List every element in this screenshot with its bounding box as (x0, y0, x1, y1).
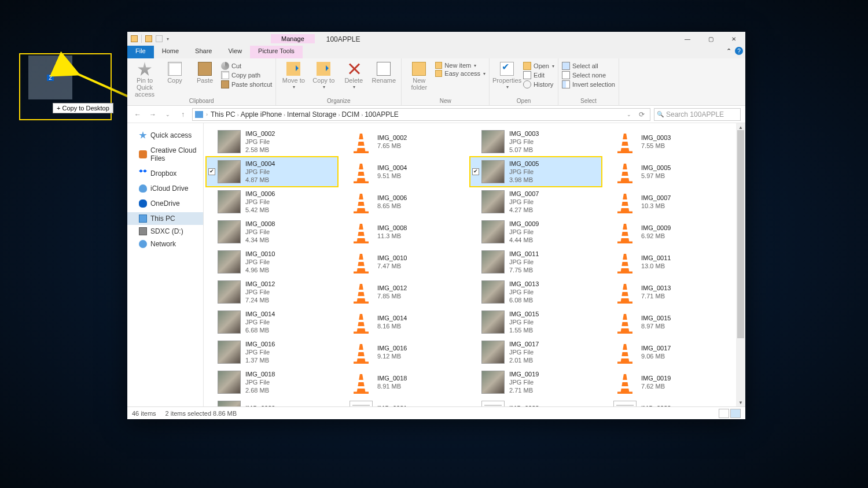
breadcrumb-bar[interactable]: › This PC›Apple iPhone›Internal Storage›… (192, 108, 650, 121)
file-item[interactable]: IMG_00055.97 MB (602, 157, 734, 187)
back-button[interactable]: ← (132, 109, 144, 120)
file-item[interactable]: IMG_00158.97 MB (602, 307, 734, 337)
file-item[interactable]: IMG_00037.55 MB (602, 127, 734, 157)
checkbox-icon[interactable]: ✔ (472, 168, 479, 175)
file-item[interactable]: IMG_0010JPG File4.96 MB (206, 247, 338, 277)
file-item[interactable]: IMG_0018JPG File2.68 MB (206, 367, 338, 397)
address-dropdown-icon[interactable]: ⌄ (623, 109, 635, 120)
file-item[interactable]: ✔IMG_0004JPG File4.87 MB (206, 157, 338, 187)
file-item[interactable]: IMG_0015JPG File1.55 MB (470, 307, 602, 337)
file-item[interactable]: IMG_0009JPG File4.44 MB (470, 217, 602, 247)
vertical-scrollbar[interactable]: ▲ ▼ (736, 123, 745, 406)
file-item[interactable]: IMG_0003JPG File5.07 MB (470, 127, 602, 157)
file-item[interactable]: IMG_000811.3 MB (338, 217, 470, 247)
breadcrumb-segment[interactable]: Internal Storage (287, 110, 336, 119)
refresh-button[interactable]: ⟳ (636, 109, 648, 120)
file-item[interactable]: IMG_00179.06 MB (602, 337, 734, 367)
delete-button[interactable]: Delete▾ (340, 61, 367, 90)
easy-access-button[interactable]: Easy access▾ (435, 70, 486, 77)
file-item[interactable]: ✔IMG_0005JPG File3.98 MB (470, 157, 602, 187)
close-button[interactable]: ✕ (722, 32, 745, 46)
tab-file[interactable]: File (127, 46, 154, 58)
chevron-right-icon[interactable]: › (359, 112, 365, 118)
properties-button[interactable]: Properties▾ (493, 61, 521, 90)
maximize-button[interactable]: ▢ (699, 32, 722, 46)
paste-shortcut-button[interactable]: Paste shortcut (221, 80, 272, 88)
collapse-ribbon-icon[interactable]: ⌃ (726, 47, 731, 55)
edit-button[interactable]: Edit (523, 71, 554, 79)
file-list[interactable]: IMG_0002JPG File2.58 MBIMG_00027.65 MBIM… (204, 123, 736, 406)
open-button[interactable]: Open▾ (523, 62, 554, 70)
file-item[interactable]: IMG_0014JPG File6.68 MB (206, 307, 338, 337)
tiles-view-button[interactable] (730, 409, 741, 418)
new-item-button[interactable]: New item▾ (435, 62, 486, 69)
scroll-thumb[interactable] (737, 130, 744, 338)
chevron-right-icon[interactable]: › (236, 112, 241, 118)
qat-item-icon[interactable] (145, 35, 152, 42)
file-item[interactable]: IMG_0021PNG File (338, 397, 470, 406)
chevron-right-icon[interactable]: › (282, 112, 287, 118)
file-item[interactable]: IMG_0023PNG File (602, 397, 734, 406)
file-item[interactable]: IMG_00169.12 MB (338, 337, 470, 367)
nav-item-sdxc-d-[interactable]: SDXC (D:) (127, 225, 203, 238)
file-item[interactable]: IMG_00027.65 MB (338, 127, 470, 157)
file-item[interactable]: IMG_0006JPG File5.42 MB (206, 187, 338, 217)
history-button[interactable]: History (523, 80, 554, 88)
file-item[interactable]: IMG_00068.65 MB (338, 187, 470, 217)
file-item[interactable]: IMG_0020PNG File (206, 397, 338, 406)
nav-item-dropbox[interactable]: Dropbox (127, 167, 203, 180)
nav-item-creative-cloud-files[interactable]: Creative Cloud Files (127, 144, 203, 165)
tab-share[interactable]: Share (187, 46, 220, 58)
help-icon[interactable]: ? (735, 47, 743, 55)
tab-view[interactable]: View (220, 46, 250, 58)
recent-locations-button[interactable]: ⌄ (162, 109, 174, 120)
nav-item-onedrive[interactable]: OneDrive (127, 197, 203, 210)
breadcrumb-segment[interactable]: This PC (211, 110, 236, 119)
file-item[interactable]: IMG_000710.3 MB (602, 187, 734, 217)
nav-item-icloud-drive[interactable]: iCloud Drive (127, 182, 203, 195)
copy-to-button[interactable]: Copy to▾ (310, 61, 337, 90)
qat-dropdown-icon[interactable]: ▾ (167, 36, 169, 42)
file-item[interactable]: IMG_00148.16 MB (338, 307, 470, 337)
breadcrumb-segment[interactable]: DCIM (341, 110, 359, 119)
copy-path-button[interactable]: Copy path (221, 71, 272, 79)
file-item[interactable]: IMG_0019JPG File2.71 MB (470, 367, 602, 397)
contextual-tab-manage[interactable]: Manage (271, 34, 315, 43)
tab-home[interactable]: Home (154, 46, 187, 58)
minimize-button[interactable]: — (676, 32, 699, 46)
nav-item-network[interactable]: Network (127, 238, 203, 250)
tab-picture-tools[interactable]: Picture Tools (250, 46, 303, 58)
scroll-down-icon[interactable]: ▼ (736, 398, 745, 406)
up-button[interactable]: ↑ (177, 109, 189, 120)
select-all-button[interactable]: Select all (562, 62, 615, 70)
file-item[interactable]: IMG_00188.91 MB (338, 367, 470, 397)
invert-selection-button[interactable]: Invert selection (562, 80, 615, 88)
select-none-button[interactable]: Select none (562, 71, 615, 79)
qat-item-icon[interactable] (156, 35, 163, 42)
checkbox-icon[interactable]: ✔ (208, 168, 215, 175)
paste-button[interactable]: Paste (191, 61, 219, 84)
file-item[interactable]: IMG_0022PNG File (470, 397, 602, 406)
file-item[interactable]: IMG_0012JPG File7.24 MB (206, 277, 338, 307)
nav-item-this-pc[interactable]: This PC (127, 212, 203, 225)
file-item[interactable]: IMG_00137.71 MB (602, 277, 734, 307)
file-item[interactable]: IMG_001113.0 MB (602, 247, 734, 277)
file-item[interactable]: IMG_00096.92 MB (602, 217, 734, 247)
file-item[interactable]: IMG_00107.47 MB (338, 247, 470, 277)
move-to-button[interactable]: Move to▾ (279, 61, 307, 90)
cut-button[interactable]: Cut (221, 62, 272, 70)
file-item[interactable]: IMG_0013JPG File6.08 MB (470, 277, 602, 307)
file-item[interactable]: IMG_00049.51 MB (338, 157, 470, 187)
file-item[interactable]: IMG_0016JPG File1.37 MB (206, 337, 338, 367)
file-item[interactable]: IMG_00127.85 MB (338, 277, 470, 307)
pin-to-quick-access-button[interactable]: Pin to Quick access (131, 61, 159, 98)
search-input[interactable]: 🔍 Search 100APPLE (654, 108, 741, 121)
rename-button[interactable]: Rename (370, 61, 398, 84)
breadcrumb-segment[interactable]: 100APPLE (365, 110, 399, 119)
nav-item-quick-access[interactable]: Quick access (127, 129, 203, 142)
file-item[interactable]: IMG_0017JPG File2.01 MB (470, 337, 602, 367)
file-item[interactable]: IMG_00197.62 MB (602, 367, 734, 397)
file-item[interactable]: IMG_0002JPG File2.58 MB (206, 127, 338, 157)
file-item[interactable]: IMG_0008JPG File4.34 MB (206, 217, 338, 247)
new-folder-button[interactable]: New folder (405, 61, 433, 91)
